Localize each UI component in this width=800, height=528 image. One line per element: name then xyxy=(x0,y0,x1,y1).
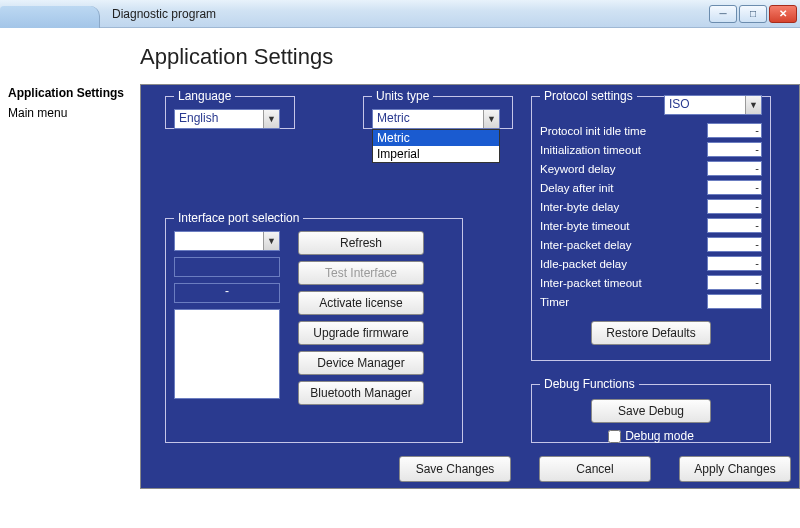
language-legend: Language xyxy=(174,89,235,103)
chevron-down-icon: ▼ xyxy=(483,110,499,128)
protocol-row-label: Idle-packet delay xyxy=(540,258,627,270)
chevron-down-icon: ▼ xyxy=(745,96,761,114)
sidebar-item-main-menu[interactable]: Main menu xyxy=(4,104,136,122)
protocol-select[interactable]: ISO ▼ xyxy=(664,95,762,115)
protocol-row-label: Inter-byte timeout xyxy=(540,220,629,232)
protocol-row-label: Keyword delay xyxy=(540,163,615,175)
activate-license-button[interactable]: Activate license xyxy=(298,291,424,315)
protocol-row-label: Inter-byte delay xyxy=(540,201,619,213)
port-field-2[interactable] xyxy=(174,257,280,277)
device-manager-button[interactable]: Device Manager xyxy=(298,351,424,375)
settings-panel: Language English ▼ Units type Metric ▼ M… xyxy=(140,84,800,489)
units-option-imperial[interactable]: Imperial xyxy=(373,146,499,162)
titlebar-accent xyxy=(0,6,100,28)
sidebar-item-app-settings[interactable]: Application Settings xyxy=(4,84,136,102)
debug-mode-checkbox[interactable] xyxy=(608,430,621,443)
protocol-row-value[interactable]: - xyxy=(707,161,762,176)
port-group: Interface port selection ▼ - Refresh Tes… xyxy=(165,211,463,443)
protocol-row-value[interactable]: - xyxy=(707,256,762,271)
protocol-row-value[interactable]: - xyxy=(707,123,762,138)
protocol-row-value[interactable]: - xyxy=(707,199,762,214)
protocol-row: Inter-packet delay- xyxy=(540,235,762,254)
units-dropdown: Metric Imperial xyxy=(372,129,500,163)
protocol-legend: Protocol settings xyxy=(540,89,637,103)
language-select[interactable]: English ▼ xyxy=(174,109,280,129)
protocol-row: Inter-byte delay- xyxy=(540,197,762,216)
port-field-3[interactable]: - xyxy=(174,283,280,303)
protocol-row-label: Inter-packet delay xyxy=(540,239,631,251)
maximize-button[interactable]: □ xyxy=(739,5,767,23)
bluetooth-manager-button[interactable]: Bluetooth Manager xyxy=(298,381,424,405)
language-value: English xyxy=(175,110,263,128)
units-value: Metric xyxy=(373,110,483,128)
protocol-row-label: Timer xyxy=(540,296,569,308)
save-changes-button[interactable]: Save Changes xyxy=(399,456,511,482)
port-listbox[interactable] xyxy=(174,309,280,399)
units-option-metric[interactable]: Metric xyxy=(373,130,499,146)
save-debug-button[interactable]: Save Debug xyxy=(591,399,711,423)
protocol-row: Timer xyxy=(540,292,762,311)
chevron-down-icon: ▼ xyxy=(263,232,279,250)
sidebar: Application Settings Main menu xyxy=(0,84,140,489)
port-select[interactable]: ▼ xyxy=(174,231,280,251)
window-title: Diagnostic program xyxy=(112,7,216,21)
restore-defaults-button[interactable]: Restore Defaults xyxy=(591,321,711,345)
titlebar: Diagnostic program ─ □ ✕ xyxy=(0,0,800,28)
upgrade-firmware-button[interactable]: Upgrade firmware xyxy=(298,321,424,345)
protocol-row-value[interactable]: - xyxy=(707,237,762,252)
protocol-row: Delay after init- xyxy=(540,178,762,197)
protocol-group: Protocol settings ISO ▼ Protocol init id… xyxy=(531,89,771,361)
units-group: Units type Metric ▼ Metric Imperial xyxy=(363,89,513,129)
close-button[interactable]: ✕ xyxy=(769,5,797,23)
debug-legend: Debug Functions xyxy=(540,377,639,391)
debug-group: Debug Functions Save Debug Debug mode xyxy=(531,377,771,443)
protocol-row: Keyword delay- xyxy=(540,159,762,178)
bottom-buttons: Save Changes Cancel Apply Changes xyxy=(399,456,791,482)
debug-mode-label: Debug mode xyxy=(625,429,694,443)
units-select[interactable]: Metric ▼ Metric Imperial xyxy=(372,109,500,129)
chevron-down-icon: ▼ xyxy=(263,110,279,128)
protocol-row-label: Delay after init xyxy=(540,182,614,194)
protocol-row-value[interactable] xyxy=(707,294,762,309)
language-group: Language English ▼ xyxy=(165,89,295,129)
port-legend: Interface port selection xyxy=(174,211,303,225)
protocol-row: Protocol init idle time- xyxy=(540,121,762,140)
units-legend: Units type xyxy=(372,89,433,103)
protocol-row-value[interactable]: - xyxy=(707,275,762,290)
protocol-row-value[interactable]: - xyxy=(707,142,762,157)
test-interface-button: Test Interface xyxy=(298,261,424,285)
window-buttons: ─ □ ✕ xyxy=(708,1,800,27)
protocol-value: ISO xyxy=(665,96,745,114)
protocol-row: Initialization timeout- xyxy=(540,140,762,159)
cancel-button[interactable]: Cancel xyxy=(539,456,651,482)
protocol-row-label: Protocol init idle time xyxy=(540,125,646,137)
protocol-row: Inter-packet timeout- xyxy=(540,273,762,292)
refresh-button[interactable]: Refresh xyxy=(298,231,424,255)
port-value xyxy=(175,232,263,250)
minimize-button[interactable]: ─ xyxy=(709,5,737,23)
protocol-row: Idle-packet delay- xyxy=(540,254,762,273)
protocol-row-value[interactable]: - xyxy=(707,218,762,233)
protocol-row-value[interactable]: - xyxy=(707,180,762,195)
protocol-row-label: Initialization timeout xyxy=(540,144,641,156)
apply-changes-button[interactable]: Apply Changes xyxy=(679,456,791,482)
protocol-row-label: Inter-packet timeout xyxy=(540,277,642,289)
protocol-row: Inter-byte timeout- xyxy=(540,216,762,235)
page-title: Application Settings xyxy=(0,28,800,84)
